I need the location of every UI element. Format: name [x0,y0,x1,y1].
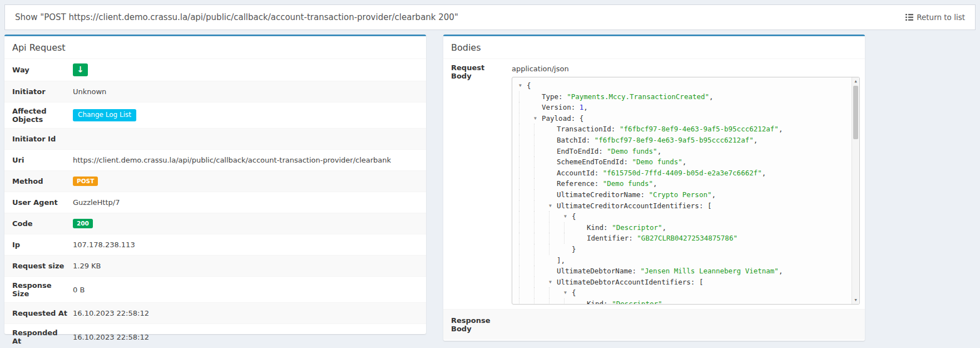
json-line: ▼{ [519,287,852,298]
request-content-type: application/json [512,59,860,77]
bodies-panel: Bodies Request Body application/json ▼{T… [443,35,865,341]
indent-guide [519,266,534,277]
json-viewer[interactable]: ▼{Type: "Payments.Mccy.TransactionCreate… [512,77,860,305]
row-label: Ip [4,236,73,253]
indent-guide [549,244,564,255]
indent-guide [519,200,534,212]
row-label: Affected Objects [4,102,73,128]
json-string: "Demo funds" [632,156,682,168]
indent-guide [519,287,534,298]
change-log-list-button[interactable]: Change Log List [73,109,136,121]
row-value-text: https://client.demo.crassu.la/api/public… [73,156,391,164]
indent-guide [534,189,549,200]
indent-guide [549,287,564,298]
indent-guide [534,298,549,305]
response-body-row: Response Body [443,309,865,340]
json-punct: , [779,266,783,277]
page-title: Show "POST https://client.demo.crassu.la… [15,12,458,22]
json-line: UltimateCreditorName: "Crypto Person", [519,189,852,200]
row-label: Requested At [4,305,73,322]
json-punct: : [611,124,620,135]
indent-guide [564,222,579,233]
row-value [73,135,78,144]
request-body-label: Request Body [443,59,512,309]
return-to-list-button[interactable]: Return to list [905,13,965,22]
toggle-spacer [549,168,557,179]
toggle-spacer [534,91,542,102]
json-punct: { [527,80,531,91]
json-punct: : [558,91,567,102]
scroll-up-icon[interactable]: ▲ [852,77,859,85]
toggle-spacer [564,244,572,255]
indent-guide [519,91,534,102]
indent-guide [519,168,534,179]
json-punct: : [603,222,612,233]
indent-guide [564,233,579,244]
json-key: Payload [542,113,571,124]
json-line: EndToEndId: "Demo funds", [519,146,852,157]
indent-guide [519,113,534,124]
return-to-list-label: Return to list [917,13,965,22]
json-punct: , [709,91,714,102]
json-line: Kind: "Descriptor", [519,298,852,305]
json-punct: : [571,102,580,113]
json-punct: : [623,156,632,168]
bodies-panel-title: Bodies [443,36,865,58]
row-value-text: 16.10.2023 22:58:12 [73,309,149,317]
json-key: AccountId [557,168,595,179]
collapse-toggle-icon[interactable]: ▼ [564,287,572,298]
collapse-toggle-icon[interactable]: ▼ [534,113,542,124]
json-number: 1 [580,102,584,113]
table-row: MethodPOST [4,170,426,192]
json-punct: , [754,135,758,146]
toolbar: Show "POST https://client.demo.crassu.la… [4,4,976,30]
toggle-spacer [579,222,587,233]
json-scrollbar[interactable]: ▲ ▼ [852,77,859,304]
request-body-value: application/json ▼{Type: "Payments.Mccy.… [512,59,865,309]
scroll-down-icon[interactable]: ▼ [852,296,859,304]
indent-guide [534,168,549,179]
collapse-toggle-icon[interactable]: ▼ [519,80,527,91]
json-punct: } [572,244,576,255]
api-request-panel-title: Api Request [4,36,426,58]
json-punct: : [ [691,277,704,288]
collapse-toggle-icon[interactable]: ▼ [549,277,557,288]
json-punct: , [682,156,687,168]
json-punct: , [711,189,716,200]
table-row: Code200 [4,213,426,234]
json-key: TransactionId [557,124,611,135]
json-line: SchemeEndToEndId: "Demo funds", [519,156,852,168]
toggle-spacer [549,135,557,146]
json-punct: : [632,266,640,277]
row-label: Initiator Id [4,130,73,148]
json-line: TransactionId: "f6fbcf97-8ef9-4e63-9af5-… [519,124,852,135]
toggle-spacer [579,298,587,305]
json-key: Type [542,91,558,102]
response-body-label: Response Body [443,310,512,340]
collapse-toggle-icon[interactable]: ▼ [549,200,557,212]
json-string: "Jensen Mills Leanneberg Vietnam" [641,266,779,277]
list-icon [905,14,913,21]
row-value-text: 107.178.238.113 [73,241,135,249]
scrollbar-thumb[interactable] [853,86,858,139]
json-key: Version [542,102,571,113]
toggle-spacer [549,156,557,168]
toggle-spacer [549,146,557,157]
table-row: Initiator Id [4,128,426,149]
row-value-text: GuzzleHttp/7 [73,198,120,207]
indent-guide [519,244,534,255]
row-value: POST [73,172,103,190]
json-punct: : [586,135,595,146]
scrollbar-track[interactable] [852,139,859,296]
json-key: Reference [557,178,595,189]
json-key: UltimateDebtorAccountIdentifiers [557,277,691,288]
indent-guide [519,233,534,244]
row-label: Way [4,61,73,79]
collapse-toggle-icon[interactable]: ▼ [564,211,572,222]
indent-guide [519,277,534,288]
indent-guide [549,233,564,244]
row-label: Request size [4,257,73,275]
table-row: Urihttps://client.demo.crassu.la/api/pub… [4,149,426,170]
indent-guide [519,211,534,222]
row-value: Unknown [73,83,112,100]
